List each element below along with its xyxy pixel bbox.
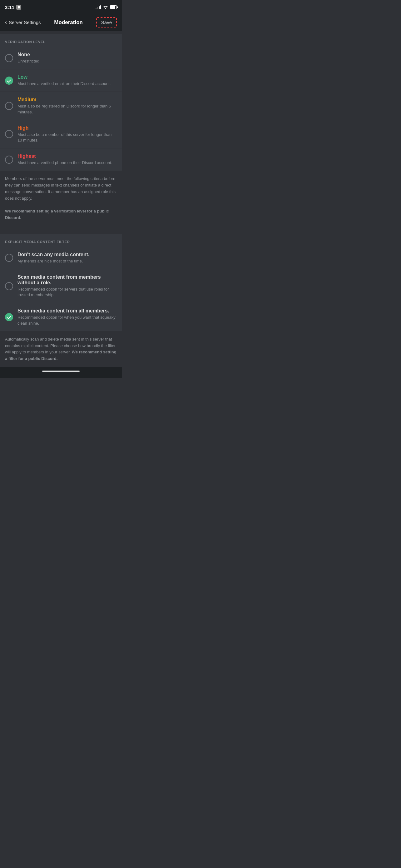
svg-rect-1 bbox=[19, 6, 20, 6]
save-button[interactable]: Save bbox=[96, 17, 117, 28]
verification-option-low[interactable]: Low Must have a verified email on their … bbox=[0, 69, 122, 92]
explicit-option-scan-all[interactable]: Scan media content from all members. Rec… bbox=[0, 303, 122, 331]
verification-option-none[interactable]: None Unrestricted bbox=[0, 47, 122, 69]
explicit-option-dont-scan[interactable]: Don't scan any media content. My friends… bbox=[0, 247, 122, 269]
wifi-icon bbox=[103, 5, 108, 10]
verification-options-list: None Unrestricted Low Must have a verifi… bbox=[0, 47, 122, 170]
explicit-info-bold: We recommend setting a filter for a publ… bbox=[5, 350, 116, 361]
back-arrow-icon: ‹ bbox=[5, 19, 7, 26]
verification-section-header: VERIFICATION LEVEL bbox=[0, 34, 122, 47]
verification-info-text: Members of the server must meet the foll… bbox=[5, 176, 117, 221]
verification-option-medium[interactable]: Medium Must also be registered on Discor… bbox=[0, 92, 122, 120]
radio-high[interactable] bbox=[5, 130, 13, 138]
option-title-high: High bbox=[18, 125, 117, 131]
option-content-scan-no-role: Scan media content from members without … bbox=[18, 274, 117, 298]
option-title-highest: Highest bbox=[18, 153, 117, 159]
option-content-high: High Must also be a member of this serve… bbox=[18, 125, 117, 143]
signal-icon bbox=[96, 5, 101, 9]
option-title-scan-all: Scan media content from all members. bbox=[18, 308, 117, 314]
page-title: Moderation bbox=[54, 19, 83, 26]
option-title-dont-scan: Don't scan any media content. bbox=[18, 252, 117, 257]
option-desc-highest: Must have a verified phone on their Disc… bbox=[18, 160, 117, 165]
option-title-medium: Medium bbox=[18, 97, 117, 102]
back-button[interactable]: ‹ Server Settings bbox=[5, 19, 41, 26]
radio-low[interactable] bbox=[5, 76, 13, 85]
option-desc-none: Unrestricted bbox=[18, 58, 117, 64]
option-content-highest: Highest Must have a verified phone on th… bbox=[18, 153, 117, 165]
radio-dont-scan[interactable] bbox=[5, 254, 13, 262]
status-time: 3:11 bbox=[5, 5, 21, 10]
option-title-none: None bbox=[18, 52, 117, 58]
verification-section-title: VERIFICATION LEVEL bbox=[5, 40, 45, 44]
option-desc-medium: Must also be registered on Discord for l… bbox=[18, 103, 117, 115]
time-display: 3:11 bbox=[5, 5, 14, 10]
verification-info-block: Members of the server must meet the foll… bbox=[0, 170, 122, 226]
option-desc-dont-scan: My friends are nice most of the time. bbox=[18, 258, 117, 264]
explicit-section-header: EXPLICIT MEDIA CONTENT FILTER bbox=[0, 234, 122, 247]
explicit-section-title: EXPLICIT MEDIA CONTENT FILTER bbox=[5, 240, 70, 244]
home-indicator bbox=[42, 371, 80, 372]
radio-none[interactable] bbox=[5, 54, 13, 62]
radio-highest[interactable] bbox=[5, 156, 13, 164]
section-spacer-1 bbox=[0, 226, 122, 231]
verification-option-highest[interactable]: Highest Must have a verified phone on th… bbox=[0, 148, 122, 170]
explicit-info-block: Automatically scan and delete media sent… bbox=[0, 331, 122, 367]
option-content-low: Low Must have a verified email on their … bbox=[18, 74, 117, 87]
option-desc-scan-no-role: Recommended option for servers that use … bbox=[18, 286, 117, 298]
option-content-dont-scan: Don't scan any media content. My friends… bbox=[18, 252, 117, 264]
svg-rect-0 bbox=[18, 6, 20, 8]
explicit-info-text: Automatically scan and delete media sent… bbox=[5, 336, 117, 362]
radio-scan-no-role[interactable] bbox=[5, 282, 13, 290]
option-desc-high: Must also be a member of this server for… bbox=[18, 132, 117, 143]
status-bar: 3:11 bbox=[0, 0, 122, 14]
status-right bbox=[96, 5, 117, 10]
radio-medium[interactable] bbox=[5, 102, 13, 110]
option-title-low: Low bbox=[18, 74, 117, 80]
explicit-option-scan-no-role[interactable]: Scan media content from members without … bbox=[0, 269, 122, 303]
option-content-medium: Medium Must also be registered on Discor… bbox=[18, 97, 117, 115]
notification-icon bbox=[16, 5, 21, 10]
option-content-none: None Unrestricted bbox=[18, 52, 117, 64]
nav-header: ‹ Server Settings Moderation Save bbox=[0, 14, 122, 31]
battery-icon bbox=[110, 5, 117, 9]
option-desc-low: Must have a verified email on their Disc… bbox=[18, 81, 117, 87]
back-label: Server Settings bbox=[9, 20, 41, 25]
verification-option-high[interactable]: High Must also be a member of this serve… bbox=[0, 120, 122, 148]
radio-scan-all[interactable] bbox=[5, 313, 13, 321]
option-title-scan-no-role: Scan media content from members without … bbox=[18, 274, 117, 286]
bottom-bar bbox=[0, 367, 122, 378]
option-desc-scan-all: Recommended option for when you want tha… bbox=[18, 315, 117, 326]
option-content-scan-all: Scan media content from all members. Rec… bbox=[18, 308, 117, 326]
verification-info-bold: We recommend setting a verification leve… bbox=[5, 209, 109, 220]
explicit-options-list: Don't scan any media content. My friends… bbox=[0, 247, 122, 331]
